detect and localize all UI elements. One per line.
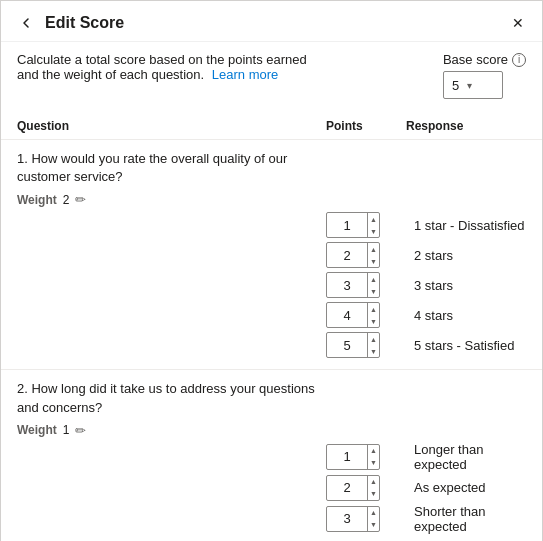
description-block: Calculate a total score based on the poi… (17, 52, 327, 82)
points-up-1-4[interactable]: ▲ (368, 303, 379, 315)
table-row: 2 ▲ ▼ As expected (17, 474, 526, 502)
points-input-1-2[interactable]: 2 ▲ ▼ (326, 242, 380, 268)
points-down-2-1[interactable]: ▼ (368, 457, 379, 469)
question-2-text: 2. How long did it take us to address yo… (17, 380, 326, 416)
points-input-2-1[interactable]: 1 ▲ ▼ (326, 444, 380, 470)
points-up-1-3[interactable]: ▲ (368, 273, 379, 285)
question-1-text: 1. How would you rate the overall qualit… (17, 150, 326, 186)
base-score-label: Base score (443, 52, 508, 67)
points-up-2-2[interactable]: ▲ (368, 476, 379, 488)
points-up-1-2[interactable]: ▲ (368, 243, 379, 255)
base-score-label-row: Base score i (443, 52, 526, 67)
dialog-header: Edit Score ✕ (1, 1, 542, 42)
table-row: 3 ▲ ▼ 3 stars (17, 271, 526, 299)
question-block-1: 1. How would you rate the overall qualit… (1, 140, 542, 370)
points-arrows-1-3: ▲ ▼ (367, 273, 379, 297)
response-text-1-5: 5 stars - Satisfied (406, 338, 526, 353)
col-points: Points (326, 119, 406, 133)
points-down-1-5[interactable]: ▼ (368, 345, 379, 357)
questions-list: 1. How would you rate the overall qualit… (1, 140, 542, 541)
learn-more-link[interactable]: Learn more (212, 67, 278, 82)
points-input-2-2[interactable]: 2 ▲ ▼ (326, 475, 380, 501)
points-arrows-2-1: ▲ ▼ (367, 445, 379, 469)
response-text-1-3: 3 stars (406, 278, 526, 293)
table-header: Question Points Response (1, 113, 542, 140)
points-arrows-1-4: ▲ ▼ (367, 303, 379, 327)
table-row: 2 ▲ ▼ 2 stars (17, 241, 526, 269)
points-arrows-1-1: ▲ ▼ (367, 213, 379, 237)
points-down-1-2[interactable]: ▼ (368, 255, 379, 267)
response-text-2-2: As expected (406, 480, 526, 495)
points-down-1-1[interactable]: ▼ (368, 225, 379, 237)
points-arrows-2-2: ▲ ▼ (367, 476, 379, 500)
response-text-1-2: 2 stars (406, 248, 526, 263)
top-section: Calculate a total score based on the poi… (1, 42, 542, 105)
header-left: Edit Score (17, 13, 124, 33)
points-input-1-4[interactable]: 4 ▲ ▼ (326, 302, 380, 328)
points-down-1-3[interactable]: ▼ (368, 285, 379, 297)
response-text-2-1: Longer than expected (406, 442, 526, 472)
table-row: 3 ▲ ▼ Shorter than expected (17, 504, 526, 534)
col-question: Question (17, 119, 326, 133)
points-up-1-5[interactable]: ▲ (368, 333, 379, 345)
weight-value-1: 2 (63, 193, 70, 207)
weight-label-1: Weight (17, 193, 57, 207)
table-row: 5 ▲ ▼ 5 stars - Satisfied (17, 331, 526, 359)
table-row: 1 ▲ ▼ 1 star - Dissatisfied (17, 211, 526, 239)
points-input-2-3[interactable]: 3 ▲ ▼ (326, 506, 380, 532)
dialog-title: Edit Score (45, 14, 124, 32)
weight-value-2: 1 (63, 423, 70, 437)
points-arrows-1-2: ▲ ▼ (367, 243, 379, 267)
close-button[interactable]: ✕ (510, 13, 526, 33)
chevron-down-icon: ▾ (467, 80, 472, 91)
response-text-1-4: 4 stars (406, 308, 526, 323)
points-down-1-4[interactable]: ▼ (368, 315, 379, 327)
points-input-1-1[interactable]: 1 ▲ ▼ (326, 212, 380, 238)
points-up-1-1[interactable]: ▲ (368, 213, 379, 225)
question-1-responses: 1 ▲ ▼ 1 star - Dissatisfied 2 ▲ (17, 211, 526, 359)
base-score-select[interactable]: 5 ▾ (443, 71, 503, 99)
points-down-2-2[interactable]: ▼ (368, 488, 379, 500)
base-score-container: Base score i 5 ▾ (443, 52, 526, 99)
points-up-2-1[interactable]: ▲ (368, 445, 379, 457)
edit-weight-2-icon[interactable]: ✏ (75, 423, 86, 438)
table-row: 1 ▲ ▼ Longer than expected (17, 442, 526, 472)
response-text-1-1: 1 star - Dissatisfied (406, 218, 526, 233)
base-score-value: 5 (452, 78, 459, 93)
edit-weight-1-icon[interactable]: ✏ (75, 192, 86, 207)
points-arrows-2-3: ▲ ▼ (367, 507, 379, 531)
points-arrows-1-5: ▲ ▼ (367, 333, 379, 357)
points-up-2-3[interactable]: ▲ (368, 507, 379, 519)
weight-label-2: Weight (17, 423, 57, 437)
points-input-1-3[interactable]: 3 ▲ ▼ (326, 272, 380, 298)
response-text-2-3: Shorter than expected (406, 504, 526, 534)
question-1-weight-row: Weight 2 ✏ (17, 192, 326, 207)
info-icon[interactable]: i (512, 53, 526, 67)
question-2-responses: 1 ▲ ▼ Longer than expected 2 ▲ (17, 442, 526, 534)
back-button[interactable] (17, 13, 37, 33)
question-2-weight-row: Weight 1 ✏ (17, 423, 326, 438)
points-down-2-3[interactable]: ▼ (368, 519, 379, 531)
question-block-2: 2. How long did it take us to address yo… (1, 370, 542, 541)
table-row: 4 ▲ ▼ 4 stars (17, 301, 526, 329)
col-response: Response (406, 119, 526, 133)
points-input-1-5[interactable]: 5 ▲ ▼ (326, 332, 380, 358)
